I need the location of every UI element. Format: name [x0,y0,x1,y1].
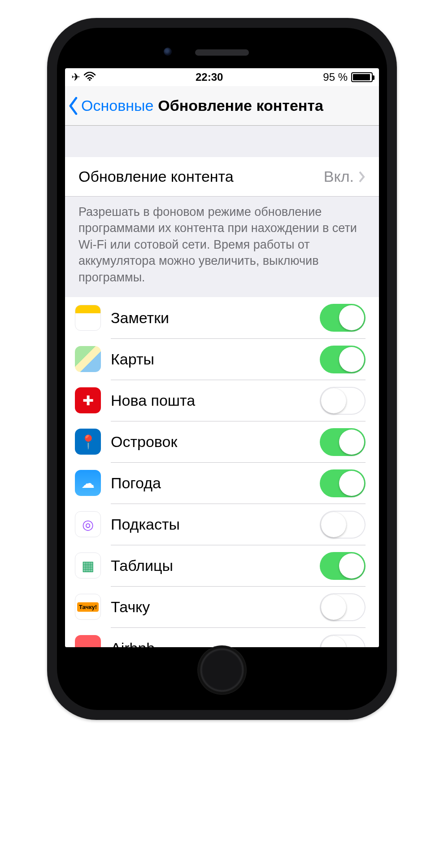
status-left: ✈ [71,71,96,83]
status-right: 95 % [323,71,373,83]
app-row-content: Островок [111,421,366,462]
maps-app-icon [75,346,101,372]
toggle-knob [339,430,364,455]
app-row-sheets: ▦Таблицы [65,545,379,586]
app-list: ЗаметкиКарты✚Нова пошта📍Островок☁Погода◎… [65,297,379,647]
toggle-weather[interactable] [320,469,366,497]
notes-app-icon [75,305,101,331]
weather-app-icon: ☁ [75,470,101,496]
wifi-icon [84,71,96,83]
home-button[interactable] [197,645,247,695]
toggle-knob [321,636,346,647]
app-row-tachku: Тачку!Тачку [65,586,379,627]
app-name-label: Подкасты [111,516,180,533]
section-footer-text: Разрешать в фоновом режиме обновление пр… [65,197,379,297]
app-name-label: Тачку [111,598,150,616]
app-name-label: Карты [111,351,154,368]
app-row-content: Карты [111,338,366,380]
app-name-label: Заметки [111,309,169,327]
sheets-app-icon: ▦ [75,552,101,579]
back-label: Основные [81,97,153,114]
toggle-notes[interactable] [320,304,366,332]
status-time: 22:30 [196,71,223,83]
section-gap [65,126,379,157]
phone-inner: ✈ 22:30 95 % Основные Обновление контент [57,28,387,710]
background-refresh-master-cell[interactable]: Обновление контента Вкл. [65,157,379,197]
app-row-content: Airbnb [111,627,366,647]
toggle-knob [339,305,364,330]
toggle-tachku[interactable] [320,593,366,621]
app-row-maps: Карты [65,338,379,380]
app-row-content: Таблицы [111,545,366,586]
toggle-knob [321,595,346,620]
app-name-label: Островок [111,433,177,451]
app-name-label: Нова пошта [111,392,195,409]
podcasts-app-icon: ◎ [75,511,101,537]
nova-app-icon: ✚ [75,387,101,413]
master-cell-value-text: Вкл. [324,168,354,185]
app-row-podcasts: ◎Подкасты [65,504,379,545]
app-name-label: Таблицы [111,557,173,574]
toggle-knob [339,471,364,496]
chevron-left-icon [68,97,79,115]
app-row-content: Нова пошта [111,380,366,421]
app-row-content: Тачку [111,586,366,627]
app-row-content: Заметки [111,297,366,338]
airbnb-app-icon: ◡ [75,635,101,647]
app-row-weather: ☁Погода [65,462,379,504]
battery-percent-label: 95 % [323,71,348,83]
tachku-app-icon: Тачку! [75,594,101,620]
nav-bar: Основные Обновление контента [65,86,379,126]
battery-icon [351,72,373,82]
ostrovok-app-icon: 📍 [75,429,101,455]
toggle-knob [339,347,364,372]
app-row-notes: Заметки [65,297,379,338]
speaker-grill [195,49,249,56]
svg-point-0 [89,79,91,81]
toggle-maps[interactable] [320,346,366,373]
chevron-right-icon [358,171,366,183]
screen: ✈ 22:30 95 % Основные Обновление контент [65,68,379,647]
toggle-sheets[interactable] [320,552,366,580]
toggle-knob [339,553,364,579]
front-camera [164,48,172,56]
app-row-nova: ✚Нова пошта [65,380,379,421]
back-button[interactable]: Основные [65,97,153,115]
toggle-ostrovok[interactable] [320,428,366,456]
app-row-content: Погода [111,462,366,504]
app-row-ostrovok: 📍Островок [65,421,379,462]
master-cell-value: Вкл. [324,168,366,185]
toggle-knob [321,388,346,413]
phone-frame: ✈ 22:30 95 % Основные Обновление контент [47,18,397,720]
toggle-podcasts[interactable] [320,511,366,539]
toggle-nova[interactable] [320,387,366,415]
status-bar: ✈ 22:30 95 % [65,68,379,86]
airplane-mode-icon: ✈ [71,71,80,83]
master-cell-label: Обновление контента [78,168,234,185]
toggle-airbnb[interactable] [320,635,366,647]
app-row-airbnb: ◡Airbnb [65,627,379,647]
app-row-content: Подкасты [111,504,366,545]
app-name-label: Погода [111,474,161,492]
toggle-knob [321,512,346,537]
page-title: Обновление контента [158,97,323,114]
app-name-label: Airbnb [111,640,155,647]
